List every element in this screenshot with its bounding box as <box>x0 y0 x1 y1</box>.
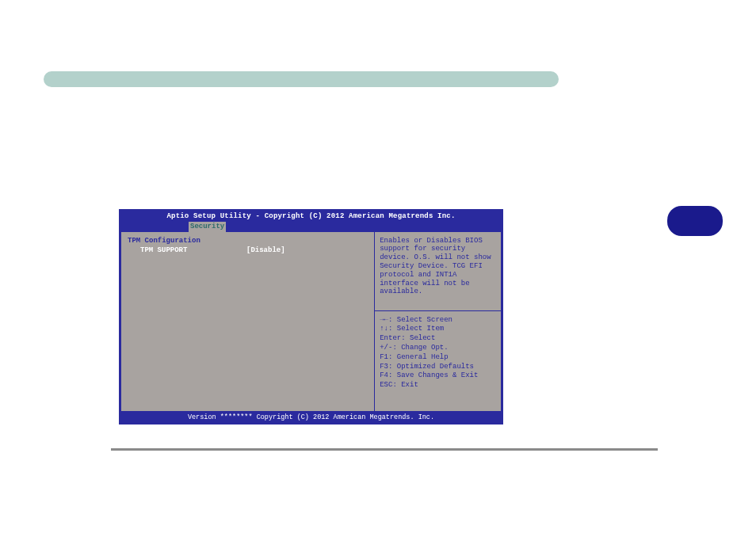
hint-f3: F3: Optimized Defaults <box>380 363 496 371</box>
arrows-up-down-icon <box>380 325 397 333</box>
page-divider <box>111 448 658 451</box>
setting-row-tpm-support[interactable]: TPM SUPPORT [Disable] <box>128 246 368 255</box>
tab-security[interactable]: Security <box>189 222 226 232</box>
side-badge <box>667 206 723 236</box>
hint-select-item: Select Item <box>380 325 496 333</box>
bios-footer: Version ******** Copyright (C) 2012 Amer… <box>120 412 502 423</box>
arrows-left-right-icon <box>380 316 397 324</box>
section-heading: TPM Configuration <box>128 237 368 246</box>
bios-right-panel: Enables or Disables BIOS support for sec… <box>375 232 501 411</box>
hint-esc: ESC: Exit <box>380 381 496 390</box>
hint-f1: F1: General Help <box>380 353 496 362</box>
hint-f4: F4: Save Changes & Exit <box>380 371 496 380</box>
help-text: Enables or Disables BIOS support for sec… <box>375 232 501 311</box>
setting-value[interactable]: [Disable] <box>246 246 368 255</box>
nav-hints: Select Screen Select Item Enter: Select … <box>375 311 501 395</box>
hint-select-screen: Select Screen <box>380 316 496 325</box>
hint-enter: Enter: Select <box>380 334 496 343</box>
bios-window: Aptio Setup Utility - Copyright (C) 2012… <box>119 209 503 424</box>
bios-tab-row: Security <box>120 222 502 232</box>
hint-change: +/-: Change Opt. <box>380 344 496 352</box>
bios-title: Aptio Setup Utility - Copyright (C) 2012… <box>120 211 502 222</box>
setting-label: TPM SUPPORT <box>128 246 246 255</box>
page-banner <box>44 71 559 87</box>
bios-left-panel: TPM Configuration TPM SUPPORT [Disable] <box>121 232 375 411</box>
bios-body: TPM Configuration TPM SUPPORT [Disable] … <box>120 232 502 412</box>
